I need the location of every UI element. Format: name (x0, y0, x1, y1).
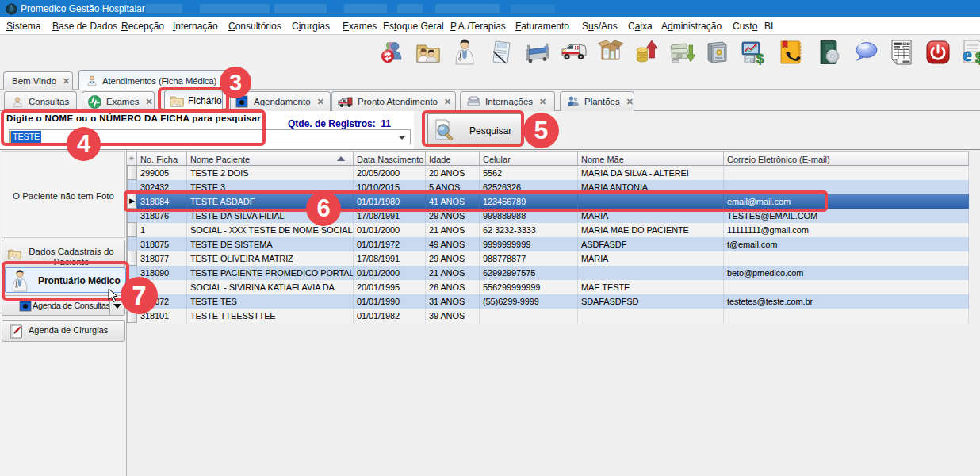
svg-text:e: e (963, 43, 972, 66)
svg-text:$: $ (756, 52, 764, 66)
svg-text:$: $ (975, 49, 980, 66)
